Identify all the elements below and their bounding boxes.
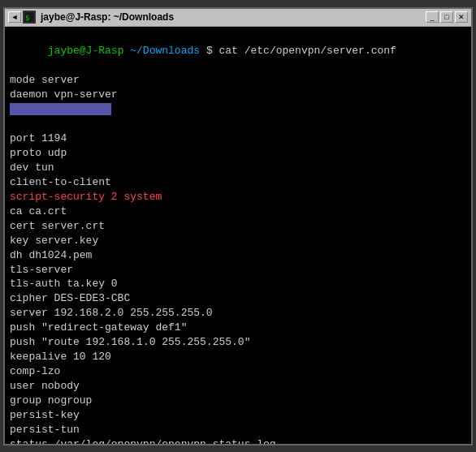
line-24: persist-key [10, 408, 466, 423]
line-18: push "redirect-gateway def1" [10, 321, 466, 335]
line-13: dh dh1024.pem [10, 248, 466, 263]
window-title: jaybe@J-Rasp: ~/Downloads [41, 11, 426, 23]
line-20: keepalive 10 120 [10, 350, 466, 364]
titlebar: ◄ $ jaybe@J-Rasp: ~/Downloads _ □ ✕ [5, 9, 471, 27]
line-4 [10, 117, 466, 131]
prompt-path-0: ~/Downloads [130, 45, 200, 57]
line-11: cert server.crt [10, 219, 466, 234]
line-12: key server.key [10, 234, 466, 248]
prompt-user-0: jaybe@J-Rasp [48, 45, 124, 57]
line-17: server 192.168.2.0 255.255.255.0 [10, 306, 466, 321]
line-21: comp-lzo [10, 364, 466, 379]
line-0: jaybe@J-Rasp ~/Downloads $ cat /etc/open… [10, 30, 466, 74]
line-14: tls-server [10, 263, 466, 278]
line-5: port 1194 [10, 131, 466, 146]
line-1: mode server [10, 73, 466, 88]
minimize-button[interactable]: _ [426, 11, 439, 23]
line-6: proto udp [10, 146, 466, 161]
line-8: client-to-client [10, 175, 466, 190]
back-button[interactable]: ◄ [8, 11, 21, 23]
line-16: cipher DES-EDE3-CBC [10, 291, 466, 306]
line-7: dev tun [10, 161, 466, 175]
line-15: tls-auth ta.key 0 [10, 277, 466, 291]
line-25: persist-tun [10, 423, 466, 437]
window-controls: _ □ ✕ [426, 11, 468, 23]
line-26: status /var/log/openvpn/openvpn-status.l… [10, 437, 466, 444]
terminal-window: ◄ $ jaybe@J-Rasp: ~/Downloads _ □ ✕ jayb… [3, 7, 473, 446]
line-9: script-security 2 system [10, 190, 466, 204]
line-19: push "route 192.168.1.0 255.255.255.0" [10, 335, 466, 350]
line-23: group nogroup [10, 394, 466, 408]
line-22: user nobody [10, 379, 466, 394]
svg-text:$: $ [25, 14, 29, 22]
close-button[interactable]: ✕ [455, 11, 468, 23]
terminal-body[interactable]: jaybe@J-Rasp ~/Downloads $ cat /etc/open… [5, 27, 471, 444]
terminal-icon: $ [23, 11, 36, 24]
line-3 [10, 102, 466, 117]
line-10: ca ca.crt [10, 204, 466, 219]
maximize-button[interactable]: □ [440, 11, 453, 23]
line-2: daemon vpn-server [10, 88, 466, 102]
